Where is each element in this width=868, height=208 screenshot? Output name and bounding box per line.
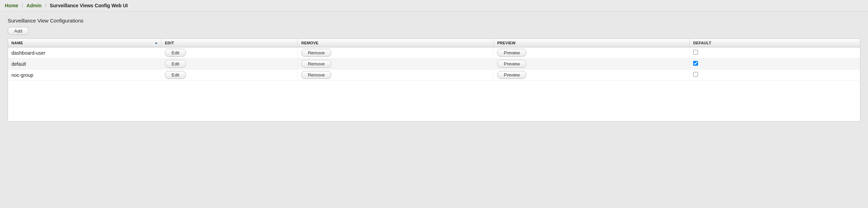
row-default-cell bbox=[690, 70, 860, 81]
table-row: noc-groupEditRemovePreview bbox=[8, 70, 860, 81]
sort-asc-icon bbox=[155, 42, 158, 44]
preview-button[interactable]: Preview bbox=[497, 60, 526, 68]
row-remove-cell: Remove bbox=[298, 47, 494, 58]
row-preview-cell: Preview bbox=[494, 70, 690, 81]
default-checkbox[interactable] bbox=[693, 72, 698, 77]
col-header-edit[interactable]: EDIT bbox=[161, 39, 298, 47]
config-table: NAME EDIT REMOVE PREVIEW DEFAULT dashboa… bbox=[8, 39, 860, 81]
default-checkbox[interactable] bbox=[693, 61, 698, 66]
section-title: Surveillance View Configurations bbox=[8, 18, 860, 24]
row-name-cell: dashboard-user bbox=[8, 47, 161, 58]
row-remove-cell: Remove bbox=[298, 70, 494, 81]
row-name-cell: default bbox=[8, 58, 161, 70]
col-header-preview[interactable]: PREVIEW bbox=[494, 39, 690, 47]
remove-button[interactable]: Remove bbox=[301, 60, 331, 68]
table-row: defaultEditRemovePreview bbox=[8, 58, 860, 70]
content: Surveillance View Configurations Add NAM… bbox=[0, 11, 868, 128]
edit-button[interactable]: Edit bbox=[165, 49, 186, 57]
preview-button[interactable]: Preview bbox=[497, 49, 526, 57]
breadcrumb-sep: / bbox=[45, 3, 46, 8]
row-preview-cell: Preview bbox=[494, 58, 690, 70]
col-header-name-label: NAME bbox=[11, 41, 23, 45]
edit-button[interactable]: Edit bbox=[165, 60, 186, 68]
col-header-name[interactable]: NAME bbox=[8, 39, 161, 47]
default-checkbox[interactable] bbox=[693, 50, 698, 55]
remove-button[interactable]: Remove bbox=[301, 71, 331, 79]
row-preview-cell: Preview bbox=[494, 47, 690, 58]
row-edit-cell: Edit bbox=[161, 47, 298, 58]
row-remove-cell: Remove bbox=[298, 58, 494, 70]
add-button[interactable]: Add bbox=[8, 27, 29, 35]
table-header-row: NAME EDIT REMOVE PREVIEW DEFAULT bbox=[8, 39, 860, 47]
breadcrumb: Home / Admin / Surveillance Views Config… bbox=[0, 0, 868, 11]
row-edit-cell: Edit bbox=[161, 70, 298, 81]
config-table-panel: NAME EDIT REMOVE PREVIEW DEFAULT dashboa… bbox=[8, 38, 860, 121]
breadcrumb-home[interactable]: Home bbox=[5, 3, 18, 8]
breadcrumb-sep: / bbox=[22, 3, 23, 8]
table-row: dashboard-userEditRemovePreview bbox=[8, 47, 860, 58]
row-default-cell bbox=[690, 47, 860, 58]
breadcrumb-current: Surveillance Views Config Web UI bbox=[50, 3, 128, 8]
row-default-cell bbox=[690, 58, 860, 70]
breadcrumb-admin[interactable]: Admin bbox=[27, 3, 42, 8]
row-edit-cell: Edit bbox=[161, 58, 298, 70]
preview-button[interactable]: Preview bbox=[497, 71, 526, 79]
edit-button[interactable]: Edit bbox=[165, 71, 186, 79]
col-header-remove[interactable]: REMOVE bbox=[298, 39, 494, 47]
col-header-default[interactable]: DEFAULT bbox=[690, 39, 860, 47]
remove-button[interactable]: Remove bbox=[301, 49, 331, 57]
row-name-cell: noc-group bbox=[8, 70, 161, 81]
